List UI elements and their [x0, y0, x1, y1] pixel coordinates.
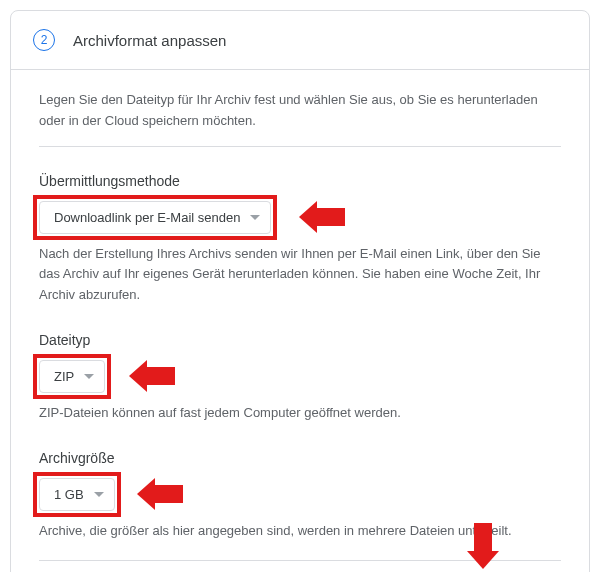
delivery-selected-value: Downloadlink per E-Mail senden	[54, 210, 240, 225]
card-body: Legen Sie den Dateityp für Ihr Archiv fe…	[11, 70, 589, 572]
chevron-down-icon	[250, 215, 260, 220]
filetype-section: Dateityp ZIP ZIP-Dateien können auf fast…	[39, 332, 561, 424]
archivesize-dropdown[interactable]: 1 GB	[39, 478, 115, 511]
chevron-down-icon	[94, 492, 104, 497]
filetype-label: Dateityp	[39, 332, 561, 348]
archive-format-card: 2 Archivformat anpassen Legen Sie den Da…	[10, 10, 590, 572]
annotation-arrow-icon	[137, 478, 183, 510]
archivesize-help-text: Archive, die größer als hier angegeben s…	[39, 521, 561, 542]
annotation-arrow-icon	[129, 360, 175, 392]
filetype-help-text: ZIP-Dateien können auf fast jedem Comput…	[39, 403, 561, 424]
divider	[39, 560, 561, 561]
archivesize-label: Archivgröße	[39, 450, 561, 466]
divider	[39, 146, 561, 147]
archivesize-section: Archivgröße 1 GB Archive, die größer als…	[39, 450, 561, 542]
delivery-label: Übermittlungsmethode	[39, 173, 561, 189]
delivery-help-text: Nach der Erstellung Ihres Archivs senden…	[39, 244, 561, 306]
card-header: 2 Archivformat anpassen	[11, 11, 589, 70]
delivery-section: Übermittlungsmethode Downloadlink per E-…	[39, 173, 561, 306]
annotation-arrow-icon	[299, 201, 345, 233]
filetype-selected-value: ZIP	[54, 369, 74, 384]
card-title: Archivformat anpassen	[73, 32, 226, 49]
step-number-badge: 2	[33, 29, 55, 51]
archivesize-selected-value: 1 GB	[54, 487, 84, 502]
filetype-dropdown[interactable]: ZIP	[39, 360, 105, 393]
delivery-method-dropdown[interactable]: Downloadlink per E-Mail senden	[39, 201, 271, 234]
chevron-down-icon	[84, 374, 94, 379]
intro-text: Legen Sie den Dateityp für Ihr Archiv fe…	[39, 90, 561, 132]
